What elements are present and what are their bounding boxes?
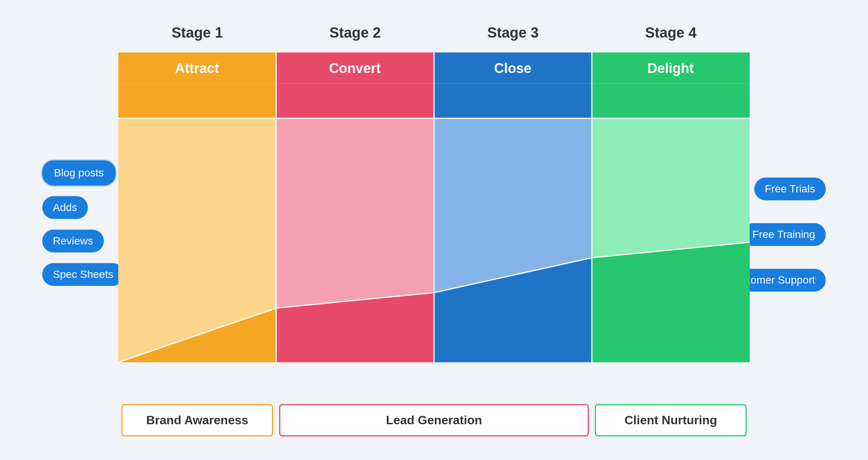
spec-sheets-button[interactable]: Spec Sheets bbox=[42, 263, 124, 286]
svg-text:Convert: Convert bbox=[329, 60, 381, 76]
funnel-container: Attract Convert Close bbox=[118, 52, 750, 401]
funnel-svg: Attract Convert Close bbox=[118, 52, 750, 401]
free-training-button[interactable]: Free Training bbox=[742, 223, 826, 246]
lead-generation-box: Lead Generation bbox=[279, 404, 589, 436]
blog-posts-button[interactable]: Blog posts bbox=[42, 160, 116, 186]
brand-awareness-label: Brand Awareness bbox=[118, 401, 276, 439]
svg-text:Close: Close bbox=[494, 60, 531, 76]
svg-marker-7 bbox=[276, 118, 434, 308]
client-nurturing-box: Client Nurturing bbox=[595, 404, 747, 436]
stage-4-header: Stage 4 bbox=[592, 21, 750, 49]
main-area: Blog posts Adds Reviews Spec Sheets Attr… bbox=[35, 52, 833, 439]
client-nurturing-label: Client Nurturing bbox=[592, 401, 750, 439]
stage-2-header: Stage 2 bbox=[276, 21, 434, 49]
brand-awareness-box: Brand Awareness bbox=[121, 404, 273, 436]
free-trials-button[interactable]: Free Trials bbox=[754, 178, 826, 200]
svg-text:Attract: Attract bbox=[175, 60, 219, 76]
reviews-button[interactable]: Reviews bbox=[42, 230, 104, 252]
left-sidebar: Blog posts Adds Reviews Spec Sheets bbox=[35, 52, 118, 439]
stage-1-header: Stage 1 bbox=[118, 21, 276, 49]
bottom-labels: Brand Awareness Lead Generation Client N… bbox=[118, 401, 750, 439]
chart-area: Attract Convert Close bbox=[118, 52, 750, 439]
stage-headers: Stage 1 Stage 2 Stage 3 Stage 4 bbox=[118, 21, 750, 49]
right-sidebar: Free Trials Free Training Customer Suppo… bbox=[750, 52, 833, 439]
svg-marker-15 bbox=[592, 118, 750, 258]
lead-generation-label: Lead Generation bbox=[276, 401, 592, 439]
adds-button[interactable]: Adds bbox=[42, 196, 88, 219]
main-container: Stage 1 Stage 2 Stage 3 Stage 4 Blog pos… bbox=[35, 21, 833, 439]
svg-text:Delight: Delight bbox=[647, 60, 694, 76]
stage-3-header: Stage 3 bbox=[434, 21, 592, 49]
